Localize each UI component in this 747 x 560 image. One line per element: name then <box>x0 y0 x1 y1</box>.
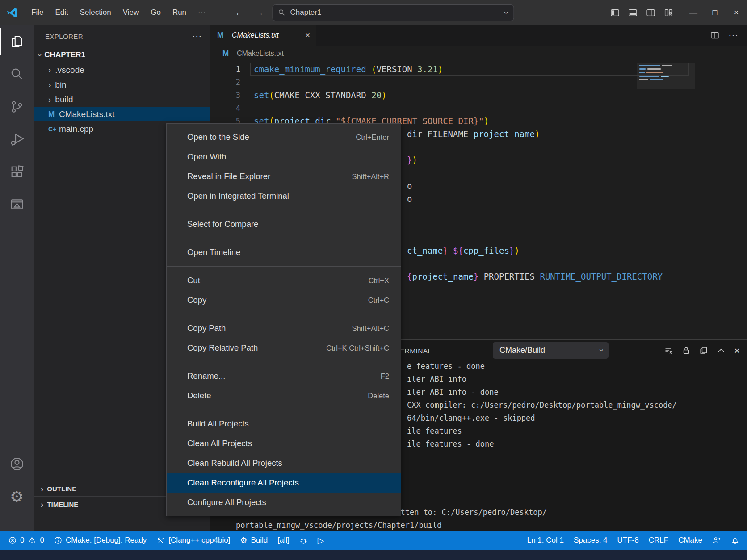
warning-triangle-icon <box>28 536 36 544</box>
context-menu-item-configure-all-projects[interactable]: Configure All Projects <box>167 493 401 512</box>
tree-item-build[interactable]: ›build <box>34 92 210 107</box>
context-menu-item-open-in-integrated-terminal[interactable]: Open in Integrated Terminal <box>167 186 401 206</box>
code-token: o <box>407 194 412 204</box>
error-circle-icon <box>8 536 17 544</box>
context-menu-item-open-with[interactable]: Open With... <box>167 147 401 167</box>
menu-separator <box>167 410 401 410</box>
extensions-icon[interactable] <box>0 155 34 188</box>
clear-terminal-icon[interactable] <box>664 346 673 355</box>
search-icon <box>278 9 285 16</box>
status-spaces-4[interactable]: Spaces: 4 <box>569 531 613 550</box>
search-input[interactable] <box>290 8 506 17</box>
tree-root-chapter1[interactable]: › CHAPTER1 <box>34 47 210 63</box>
context-menu-item-open-to-the-side[interactable]: Open to the SideCtrl+Enter <box>167 127 401 147</box>
menu-separator <box>167 238 401 238</box>
account-icon[interactable] <box>0 447 34 480</box>
views-more-actions-icon[interactable]: ⋯ <box>192 30 202 42</box>
feedback-icon[interactable] <box>707 531 726 550</box>
menu-bar: FileEditSelectionViewGoRun⋯ <box>25 5 211 21</box>
menu-run[interactable]: Run <box>167 5 192 20</box>
minimize-button[interactable]: — <box>683 0 704 25</box>
customize-layout-icon[interactable] <box>660 4 676 21</box>
launch-play-icon[interactable]: ▷ <box>313 531 329 550</box>
toggle-primary-sidebar-icon[interactable] <box>607 4 623 21</box>
code-token: ( <box>269 90 274 100</box>
status-bar-right: Ln 1, Col 1Spaces: 4UTF-8CRLFCMake <box>522 531 747 550</box>
menu-edit[interactable]: Edit <box>49 5 74 20</box>
menu-selection[interactable]: Selection <box>74 5 117 20</box>
cmake-panel-icon[interactable] <box>0 188 34 221</box>
tab-cmakelists[interactable]: M CMakeLists.txt × <box>210 25 316 46</box>
context-menu-item-copy[interactable]: CopyCtrl+C <box>167 290 401 310</box>
debug-target-icon[interactable] <box>294 531 313 550</box>
chevron-down-icon: › <box>36 54 45 56</box>
breadcrumb[interactable]: M CMakeLists.txt <box>210 46 747 62</box>
terminal-output-line: iler ABI info - done <box>407 386 499 399</box>
tree-item-cmakelists-txt[interactable]: MCMakeLists.txt <box>34 107 210 121</box>
context-menu-item-copy-relative-path[interactable]: Copy Relative PathCtrl+K Ctrl+Shift+C <box>167 338 401 358</box>
problems-status[interactable]: 0 0 <box>4 531 49 550</box>
bell-icon[interactable] <box>726 531 744 550</box>
menu-view[interactable]: View <box>117 5 145 20</box>
context-menu-item-delete[interactable]: DeleteDelete <box>167 386 401 405</box>
context-menu-item-clean-reconfigure-all-projects[interactable]: Clean Reconfigure All Projects <box>167 473 401 493</box>
lock-icon[interactable] <box>682 346 691 355</box>
code-token: PROPERTIES <box>478 272 540 281</box>
maximize-button[interactable]: □ <box>704 0 726 25</box>
run-debug-icon[interactable] <box>0 123 34 155</box>
status-utf-8[interactable]: UTF-8 <box>613 531 644 550</box>
sidebar-title: EXPLORER <box>45 33 83 40</box>
split-terminal-icon[interactable] <box>699 346 708 355</box>
menu-item-label: Rename... <box>187 371 225 381</box>
context-menu-item-clean-rebuild-all-projects[interactable]: Clean Rebuild All Projects <box>167 453 401 473</box>
menu-go[interactable]: Go <box>145 5 167 20</box>
chevron-right-icon: › <box>48 80 51 89</box>
context-menu-item-clean-all-projects[interactable]: Clean All Projects <box>167 434 401 453</box>
terminal-profile-dropdown[interactable]: CMake/Build › <box>493 342 609 359</box>
menu-file[interactable]: File <box>25 5 49 20</box>
context-menu-item-cut[interactable]: CutCtrl+X <box>167 271 401 290</box>
search-view-icon[interactable] <box>0 58 34 90</box>
chevron-down-icon[interactable]: › <box>503 11 511 14</box>
context-menu-item-rename[interactable]: Rename...F2 <box>167 366 401 386</box>
editor-more-actions-icon[interactable]: ⋯ <box>728 29 738 41</box>
editor-actions: ⋯ <box>710 25 747 46</box>
breadcrumb-file[interactable]: CMakeLists.txt <box>237 50 284 58</box>
kit-selector[interactable]: [Clang++ cpp4bio] <box>151 531 235 550</box>
build-button[interactable]: ⚙ Build <box>235 531 273 550</box>
toggle-secondary-sidebar-icon[interactable] <box>642 4 659 21</box>
build-target[interactable]: [all] <box>273 531 294 550</box>
code-line: cmake_minimum_required (VERSION 3.21) <box>254 63 443 76</box>
context-menu-item-build-all-projects[interactable]: Build All Projects <box>167 414 401 434</box>
cpp-file-icon: C+ <box>48 125 59 133</box>
status-crlf[interactable]: CRLF <box>644 531 673 550</box>
context-menu-item-open-timeline[interactable]: Open Timeline <box>167 242 401 262</box>
settings-gear-icon[interactable]: ⚙ <box>0 480 34 513</box>
menu-item-shortcut: Ctrl+Enter <box>356 133 389 142</box>
close-panel-icon[interactable]: × <box>734 345 740 356</box>
menu-item-label: Select for Compare <box>187 219 258 229</box>
toggle-panel-icon[interactable] <box>625 4 641 21</box>
context-menu-item-copy-path[interactable]: Copy PathShift+Alt+C <box>167 318 401 338</box>
command-center-search[interactable]: › <box>273 4 514 21</box>
line-number: 2 <box>220 76 240 89</box>
split-editor-icon[interactable] <box>710 31 719 40</box>
back-button[interactable]: ← <box>233 7 247 18</box>
tree-item-bin[interactable]: ›bin <box>34 77 210 92</box>
context-menu-item-select-for-compare[interactable]: Select for Compare <box>167 214 401 234</box>
source-control-icon[interactable] <box>0 90 34 123</box>
status-cmake[interactable]: CMake <box>673 531 707 550</box>
code-token: cpp_files <box>463 246 509 255</box>
cmake-status[interactable]: CMake: [Debug]: Ready <box>49 531 151 550</box>
context-menu-item-reveal-in-file-explorer[interactable]: Reveal in File ExplorerShift+Alt+R <box>167 167 401 186</box>
tab-close-icon[interactable]: × <box>303 30 312 40</box>
code-token: ( <box>371 64 376 74</box>
explorer-view-icon[interactable] <box>0 25 34 58</box>
tree-item-vscode[interactable]: ›.vscode <box>34 63 210 77</box>
menubar-more-icon[interactable]: ⋯ <box>192 5 211 21</box>
chevron-right-icon: › <box>48 95 51 104</box>
maximize-panel-icon[interactable] <box>717 346 726 355</box>
close-button[interactable]: × <box>726 0 747 25</box>
status-ln-1-col-1[interactable]: Ln 1, Col 1 <box>522 531 569 550</box>
code-token: o <box>407 181 412 191</box>
